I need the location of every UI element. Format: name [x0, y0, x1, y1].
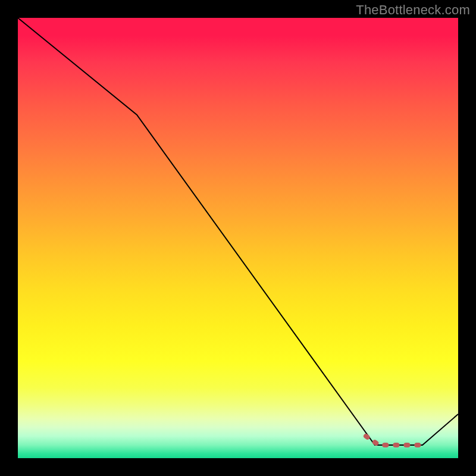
plot-area [18, 18, 458, 458]
chart-frame: TheBottleneck.com [0, 0, 476, 476]
chart-svg [18, 18, 458, 458]
watermark-text: TheBottleneck.com [356, 2, 470, 18]
highlight-dash [366, 436, 422, 445]
main-curve [18, 18, 458, 445]
